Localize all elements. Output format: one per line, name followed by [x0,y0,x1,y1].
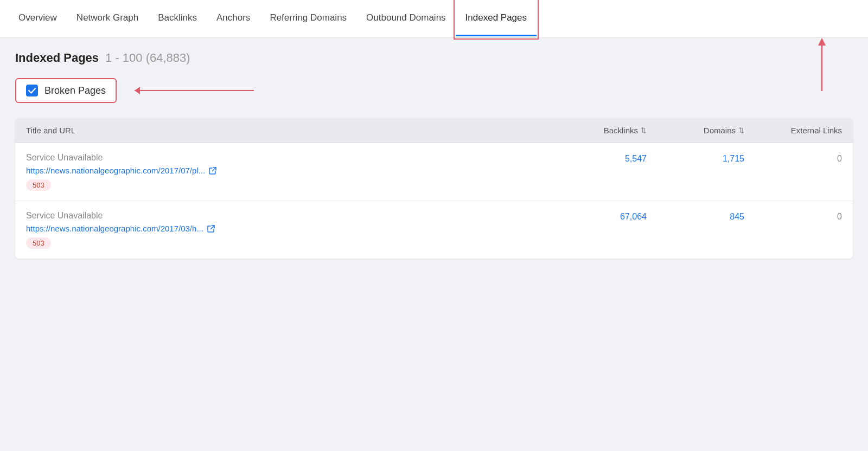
tab-network-graph[interactable]: Network Graph [67,0,148,37]
external-link-icon [207,224,215,233]
svg-line-2 [213,167,216,171]
tab-referring-domains[interactable]: Referring Domains [260,0,356,37]
row2-backlinks: 67,064 [549,211,647,222]
row1-domains: 1,715 [647,153,744,164]
navigation: Overview Network Graph Backlinks Anchors… [0,0,868,38]
row1-title: Service Unavailable [26,153,549,163]
broken-pages-annotation-arrow [135,90,254,91]
col-header-external-links: External Links [744,126,842,135]
external-link-icon [208,166,217,175]
table-row: Service Unavailable https://news.nationa… [15,201,853,259]
col-header-title-url: Title and URL [26,126,549,135]
page-title: Indexed Pages [15,51,99,65]
row2-external-links: 0 [744,211,842,222]
broken-pages-checkbox[interactable] [26,85,38,96]
data-table: Title and URL Backlinks ⇅ Domains ⇅ Exte… [15,118,853,259]
broken-pages-label: Broken Pages [44,85,106,96]
cell-page-info-2: Service Unavailable https://news.nationa… [26,211,549,249]
domains-sort-icon: ⇅ [738,126,744,134]
filter-row: Broken Pages [15,78,853,103]
tab-outbound-domains[interactable]: Outbound Domains [356,0,455,37]
row1-status-badge: 503 [26,179,51,191]
row2-url[interactable]: https://news.nationalgeographic.com/2017… [26,224,549,233]
tab-anchors[interactable]: Anchors [207,0,260,37]
row2-domains: 845 [647,211,744,222]
row1-url[interactable]: https://news.nationalgeographic.com/2017… [26,166,549,175]
tab-indexed-pages[interactable]: Indexed Pages [456,0,537,37]
cell-page-info-1: Service Unavailable https://news.nationa… [26,153,549,191]
backlinks-sort-icon: ⇅ [641,126,647,134]
row1-backlinks: 5,547 [549,153,647,164]
page-heading: Indexed Pages 1 - 100 (64,883) [15,51,853,65]
page-count: 1 - 100 (64,883) [105,51,190,65]
nav-wrapper: Overview Network Graph Backlinks Anchors… [0,0,868,38]
col-header-domains[interactable]: Domains ⇅ [647,126,744,135]
row2-status-badge: 503 [26,237,51,249]
table-row: Service Unavailable https://news.nationa… [15,143,853,201]
row2-title: Service Unavailable [26,211,549,221]
broken-pages-filter[interactable]: Broken Pages [15,78,117,103]
row1-external-links: 0 [744,153,842,164]
tab-backlinks[interactable]: Backlinks [148,0,207,37]
svg-line-3 [210,226,214,229]
table-header: Title and URL Backlinks ⇅ Domains ⇅ Exte… [15,118,853,143]
tab-overview[interactable]: Overview [9,0,67,37]
main-content: Indexed Pages 1 - 100 (64,883) Broken Pa… [0,38,868,272]
col-header-backlinks[interactable]: Backlinks ⇅ [549,126,647,135]
